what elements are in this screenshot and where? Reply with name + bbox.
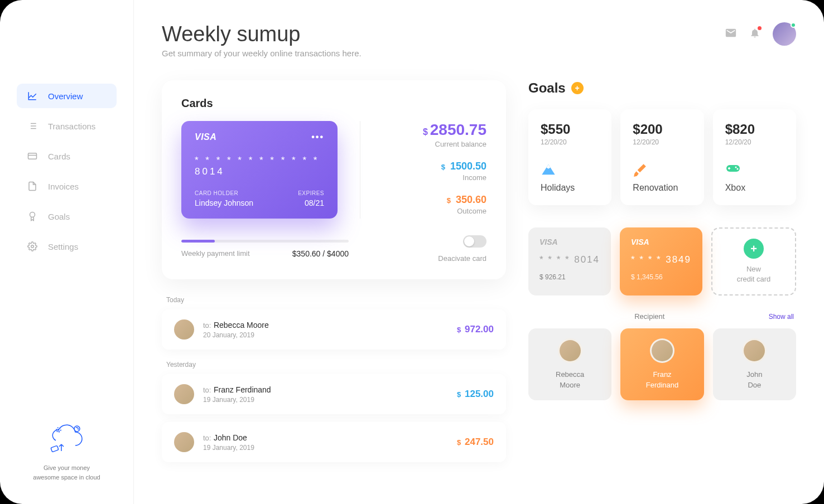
- tx-to-prefix: to:: [203, 386, 211, 394]
- file-icon: [27, 181, 38, 192]
- svg-point-17: [735, 167, 736, 168]
- tx-amount: $ 972.00: [457, 324, 494, 335]
- sidebar-item-label: Settings: [48, 242, 78, 251]
- tx-date: 20 January, 2019: [203, 331, 448, 339]
- recipient-card[interactable]: RebeccaMoore: [528, 328, 611, 400]
- sidebar-item-cards[interactable]: Cards: [17, 144, 117, 168]
- user-avatar[interactable]: [773, 22, 796, 46]
- sidebar-item-invoices[interactable]: Invoices: [17, 174, 117, 198]
- app-logo: [17, 22, 117, 50]
- deactivate-toggle-wrap: Deacivate card: [438, 235, 486, 263]
- transaction-row[interactable]: to: Rebecca Moore 20 January, 2019 $ 972…: [162, 309, 506, 350]
- outcome-amount: $ 350.60: [383, 194, 486, 206]
- current-balance-label: Current balance: [383, 140, 486, 148]
- goals-title: Goals: [528, 80, 566, 96]
- goal-date: 12/20/20: [725, 138, 784, 146]
- sidebar-item-label: Goals: [48, 212, 70, 221]
- award-icon: [27, 211, 38, 222]
- right-column: Goals + $550 12/20/20 Holidays $200 12/2…: [528, 80, 796, 470]
- page-subtitle: Get summary of your weekly online transa…: [162, 49, 362, 58]
- show-all-link[interactable]: Show all: [769, 313, 794, 321]
- tx-amount: $ 125.00: [457, 389, 494, 400]
- sidebar-item-overview[interactable]: Overview: [17, 84, 117, 108]
- sidebar-item-label: Overview: [48, 91, 83, 101]
- tx-date: 19 January, 2019: [203, 396, 448, 404]
- card-holder-label: CARD HOLDER: [195, 190, 253, 196]
- svg-point-18: [736, 168, 738, 170]
- tx-name: Rebecca Moore: [214, 321, 269, 329]
- tx-to-prefix: to:: [203, 434, 211, 442]
- outcome-label: Outcome: [383, 207, 486, 215]
- bell-icon[interactable]: [749, 27, 760, 41]
- mini-card[interactable]: VISA * * * *8014 $ 926.21: [528, 227, 611, 295]
- card-brand: VISA: [195, 132, 216, 142]
- sidebar-item-transactions[interactable]: Transactions: [17, 114, 117, 138]
- recipient-header: Recipient Show all: [528, 312, 796, 321]
- goal-card[interactable]: $200 12/20/20 Renovation: [620, 109, 703, 205]
- goal-name: Holidays: [541, 183, 599, 193]
- sidebar-footer-text2: awesome space in cloud: [17, 473, 117, 482]
- page-title: Weekly sumup: [162, 22, 362, 46]
- mail-icon[interactable]: [725, 27, 737, 41]
- goal-amount: $200: [633, 122, 691, 137]
- sidebar-item-settings[interactable]: Settings: [17, 234, 117, 259]
- tx-to-prefix: to:: [203, 321, 211, 329]
- cloud-upload-icon: $: [45, 423, 89, 457]
- add-card-button[interactable]: + Newcredit card: [711, 227, 796, 295]
- plus-icon: +: [744, 239, 764, 259]
- main-content: Weekly sumup Get summary of your weekly …: [134, 0, 824, 504]
- transaction-row[interactable]: to: John Doe 19 January, 2019 $ 247.50: [162, 422, 506, 462]
- card-stats: $2850.75 Current balance $ 1500.50 Incom…: [360, 121, 486, 219]
- page-header: Weekly sumup Get summary of your weekly …: [162, 22, 796, 58]
- card-number: * * * * * * * * * * * * 8014: [195, 155, 324, 177]
- sidebar-item-label: Invoices: [48, 182, 79, 191]
- mini-card-selected[interactable]: VISA * * * *3849 $ 1,345.56: [620, 227, 702, 295]
- cards-body: VISA ••• * * * * * * * * * * * * 8014 CA…: [181, 121, 486, 219]
- left-column: Cards VISA ••• * * * * * * * * * * * * 8…: [162, 80, 506, 470]
- card-menu-icon[interactable]: •••: [311, 132, 324, 142]
- card-expires-label: EXPIRES: [298, 190, 324, 196]
- mini-card-balance: $ 1,345.56: [631, 273, 691, 281]
- mini-card-balance: $ 926.21: [539, 273, 600, 281]
- tx-date: 19 January, 2019: [203, 444, 448, 452]
- deactivate-toggle[interactable]: [463, 235, 486, 248]
- notification-dot: [758, 26, 762, 30]
- svg-rect-6: [28, 153, 37, 159]
- mountain-icon: [541, 163, 599, 177]
- sidebar: Overview Transactions Cards Invoices Goa…: [0, 0, 134, 504]
- goals-grid: $550 12/20/20 Holidays $200 12/20/20 Ren…: [528, 109, 796, 205]
- recipient-card[interactable]: JohnDoe: [713, 328, 796, 400]
- avatar: [650, 338, 674, 363]
- credit-card[interactable]: VISA ••• * * * * * * * * * * * * 8014 CA…: [181, 121, 338, 219]
- goal-date: 12/20/20: [541, 138, 599, 146]
- goal-card[interactable]: $820 12/20/20 Xbox: [713, 109, 796, 205]
- limit-label: Weekly payment limit: [181, 249, 250, 258]
- sidebar-item-label: Cards: [48, 152, 70, 161]
- goals-header: Goals +: [528, 80, 796, 96]
- svg-point-9: [31, 245, 34, 248]
- gear-icon: [27, 241, 38, 252]
- mini-card-last4: 3849: [666, 254, 691, 265]
- recipient-card-selected[interactable]: FranzFerdinand: [620, 328, 703, 400]
- goal-name: Renovation: [633, 183, 691, 193]
- deactivate-label: Deacivate card: [438, 254, 486, 263]
- avatar: [174, 319, 194, 340]
- mini-card-brand: VISA: [539, 238, 600, 246]
- avatar: [742, 338, 767, 363]
- goal-amount: $820: [725, 122, 784, 137]
- add-goal-button[interactable]: +: [571, 82, 584, 94]
- yesterday-label: Yesterday: [166, 361, 506, 369]
- goal-card[interactable]: $550 12/20/20 Holidays: [528, 109, 611, 205]
- recipient-label: Recipient: [634, 312, 664, 321]
- recipients-list: RebeccaMoore FranzFerdinand JohnDoe: [528, 328, 796, 400]
- tx-amount: $ 247.50: [457, 437, 494, 448]
- content-columns: Cards VISA ••• * * * * * * * * * * * * 8…: [162, 80, 796, 470]
- goal-date: 12/20/20: [633, 138, 691, 146]
- sidebar-item-goals[interactable]: Goals: [17, 204, 117, 229]
- avatar: [174, 432, 194, 452]
- transaction-row[interactable]: to: Franz Ferdinand 19 January, 2019 $ 1…: [162, 374, 506, 414]
- sidebar-nav: Overview Transactions Cards Invoices Goa…: [0, 84, 133, 423]
- tx-name: Franz Ferdinand: [214, 385, 271, 394]
- gamepad-icon: [725, 163, 784, 177]
- sidebar-item-label: Transactions: [48, 122, 95, 131]
